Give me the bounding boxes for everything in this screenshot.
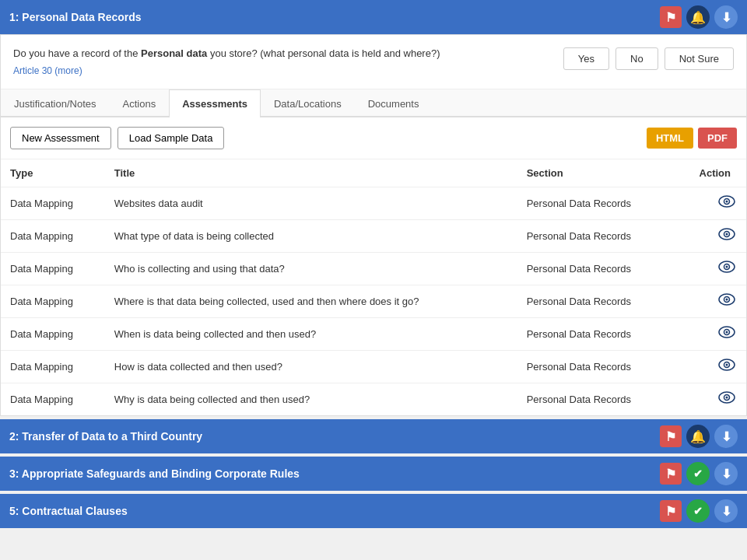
bell-icon: 🔔 xyxy=(690,10,706,25)
flag-icon: ⚑ xyxy=(665,10,676,25)
question-post: you store? (what personal data is held a… xyxy=(207,47,440,59)
download-icon: ⬇ xyxy=(721,10,731,25)
download-button-1[interactable]: ⬇ xyxy=(714,5,738,29)
cell-action-0 xyxy=(675,187,746,220)
section-3-title: 3: Appropriate Safeguards and Binding Co… xyxy=(9,467,300,480)
download-button-2[interactable]: ⬇ xyxy=(714,425,738,448)
view-icon-2[interactable] xyxy=(718,261,735,276)
table-header-row: Type Title Section Action xyxy=(1,159,746,187)
view-icon-5[interactable] xyxy=(718,359,735,374)
cell-action-5 xyxy=(675,351,746,383)
toolbar-right: HTML PDF xyxy=(647,128,737,149)
cell-section-1: Personal Data Records xyxy=(517,220,675,253)
view-icon-4[interactable] xyxy=(718,326,735,341)
svg-point-11 xyxy=(726,299,728,301)
section-2-header[interactable]: 2: Transfer of Data to a Third Country ⚑… xyxy=(0,419,747,453)
table-row: Data MappingHow is data collected and th… xyxy=(1,351,746,383)
cell-title-5: How is data collected and then used? xyxy=(105,351,517,383)
view-icon-1[interactable] xyxy=(718,228,735,243)
section-1-content: Do you have a record of the Personal dat… xyxy=(0,34,747,416)
no-button[interactable]: No xyxy=(615,47,658,70)
article-link[interactable]: Article 30 (more) xyxy=(13,65,440,76)
flag-button-2[interactable]: ⚑ xyxy=(660,425,682,447)
check-button-5[interactable]: ✔ xyxy=(686,499,710,523)
section-3-header[interactable]: 3: Appropriate Safeguards and Binding Co… xyxy=(0,457,747,491)
assessments-table: Type Title Section Action Data MappingWe… xyxy=(1,159,746,415)
cell-title-1: What type of data is being collected xyxy=(105,220,517,253)
cell-type-6: Data Mapping xyxy=(1,383,105,416)
section-5-title: 5: Contractual Clauses xyxy=(9,505,128,517)
tab-actions[interactable]: Actions xyxy=(110,89,170,117)
table-row: Data MappingWhat type of data is being c… xyxy=(1,220,746,253)
pdf-button[interactable]: PDF xyxy=(698,128,737,149)
view-icon-3[interactable] xyxy=(718,293,735,309)
question-row: Do you have a record of the Personal dat… xyxy=(13,47,734,76)
bell-button-2[interactable]: 🔔 xyxy=(686,425,710,448)
cell-type-0: Data Mapping xyxy=(1,187,105,220)
question-area: Do you have a record of the Personal dat… xyxy=(1,35,746,89)
col-title: Title xyxy=(105,159,517,187)
section-5-icons: ⚑ ✔ ⬇ xyxy=(660,499,738,523)
flag-button-5[interactable]: ⚑ xyxy=(660,500,682,522)
table-row: Data MappingWhere is that data being col… xyxy=(1,285,746,318)
toolbar-left: New Assessment Load Sample Data xyxy=(10,127,224,149)
cell-action-3 xyxy=(675,285,746,318)
cell-type-5: Data Mapping xyxy=(1,351,105,383)
cell-title-6: Why is data being collected and then use… xyxy=(105,383,517,416)
section-2-row: 2: Transfer of Data to a Third Country ⚑… xyxy=(0,419,747,453)
cell-title-3: Where is that data being collected, used… xyxy=(105,285,517,318)
col-section: Section xyxy=(517,159,675,187)
col-type: Type xyxy=(1,159,105,187)
table-row: Data MappingWho is collecting and using … xyxy=(1,253,746,285)
cell-action-6 xyxy=(675,383,746,416)
section-1-header: 1: Personal Data Records ⚑ 🔔 ⬇ xyxy=(0,0,747,34)
cell-title-0: Websites data audit xyxy=(105,187,517,220)
section-2-icons: ⚑ 🔔 ⬇ xyxy=(660,425,738,448)
tab-data-locations[interactable]: Data/Locations xyxy=(261,89,355,117)
view-icon-0[interactable] xyxy=(718,195,735,211)
bell-button-1[interactable]: 🔔 xyxy=(686,5,710,29)
cell-action-2 xyxy=(675,253,746,285)
cell-section-3: Personal Data Records xyxy=(517,285,675,318)
question-bold: Personal data xyxy=(141,47,207,59)
cell-section-2: Personal Data Records xyxy=(517,253,675,285)
svg-point-17 xyxy=(726,364,728,366)
section-1-icons: ⚑ 🔔 ⬇ xyxy=(660,5,738,29)
new-assessment-button[interactable]: New Assessment xyxy=(10,127,111,149)
cell-section-5: Personal Data Records xyxy=(517,351,675,383)
not-sure-button[interactable]: Not Sure xyxy=(665,47,734,70)
cell-type-3: Data Mapping xyxy=(1,285,105,318)
cell-action-1 xyxy=(675,220,746,253)
tab-assessments[interactable]: Assessments xyxy=(169,89,261,117)
flag-button-3[interactable]: ⚑ xyxy=(660,463,682,485)
download-button-3[interactable]: ⬇ xyxy=(714,462,738,485)
svg-point-5 xyxy=(726,233,728,236)
cell-section-4: Personal Data Records xyxy=(517,318,675,351)
section-5-header[interactable]: 5: Contractual Clauses ⚑ ✔ ⬇ xyxy=(0,494,747,528)
section-1-title: 1: Personal Data Records xyxy=(9,11,142,23)
cell-type-4: Data Mapping xyxy=(1,318,105,351)
question-text: Do you have a record of the Personal dat… xyxy=(13,47,440,59)
question-pre: Do you have a record of the xyxy=(13,47,141,59)
flag-button-1[interactable]: ⚑ xyxy=(660,6,682,28)
download-button-5[interactable]: ⬇ xyxy=(714,499,738,523)
section-2-title: 2: Transfer of Data to a Third Country xyxy=(9,430,202,443)
cell-action-4 xyxy=(675,318,746,351)
svg-point-8 xyxy=(726,266,728,268)
section-3-icons: ⚑ ✔ ⬇ xyxy=(660,462,738,485)
yes-button[interactable]: Yes xyxy=(563,47,609,70)
load-sample-button[interactable]: Load Sample Data xyxy=(117,127,225,149)
svg-point-20 xyxy=(726,397,728,399)
tab-justification[interactable]: Justification/Notes xyxy=(1,89,110,117)
html-button[interactable]: HTML xyxy=(647,128,693,149)
question-left: Do you have a record of the Personal dat… xyxy=(13,47,440,76)
check-button-3[interactable]: ✔ xyxy=(686,462,710,485)
assessments-toolbar: New Assessment Load Sample Data HTML PDF xyxy=(1,117,746,159)
cell-section-6: Personal Data Records xyxy=(517,383,675,416)
tab-documents[interactable]: Documents xyxy=(355,89,433,117)
question-buttons: Yes No Not Sure xyxy=(563,47,734,70)
section-5-row: 5: Contractual Clauses ⚑ ✔ ⬇ xyxy=(0,494,747,528)
table-row: Data MappingWebsites data auditPersonal … xyxy=(1,187,746,220)
view-icon-6[interactable] xyxy=(718,391,735,407)
cell-type-1: Data Mapping xyxy=(1,220,105,253)
